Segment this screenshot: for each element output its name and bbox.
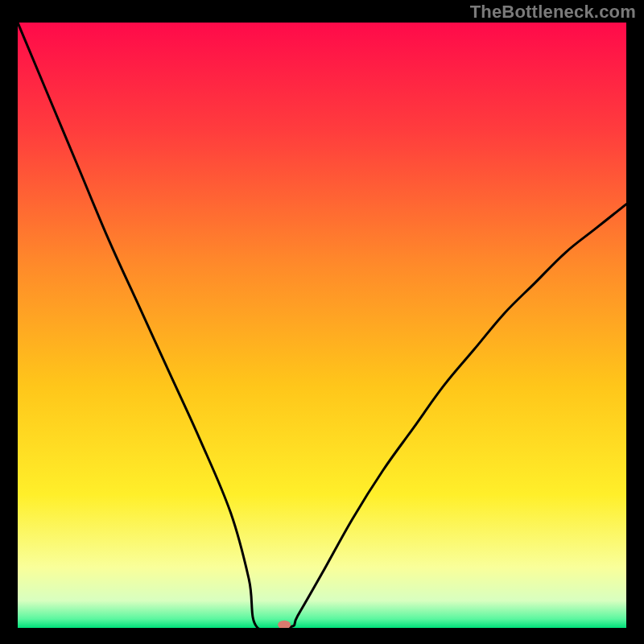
chart-frame: TheBottleneck.com bbox=[0, 0, 644, 644]
plot-svg bbox=[18, 23, 626, 628]
watermark-label: TheBottleneck.com bbox=[470, 2, 636, 23]
gradient-background bbox=[18, 23, 626, 628]
plot-area bbox=[18, 23, 626, 628]
